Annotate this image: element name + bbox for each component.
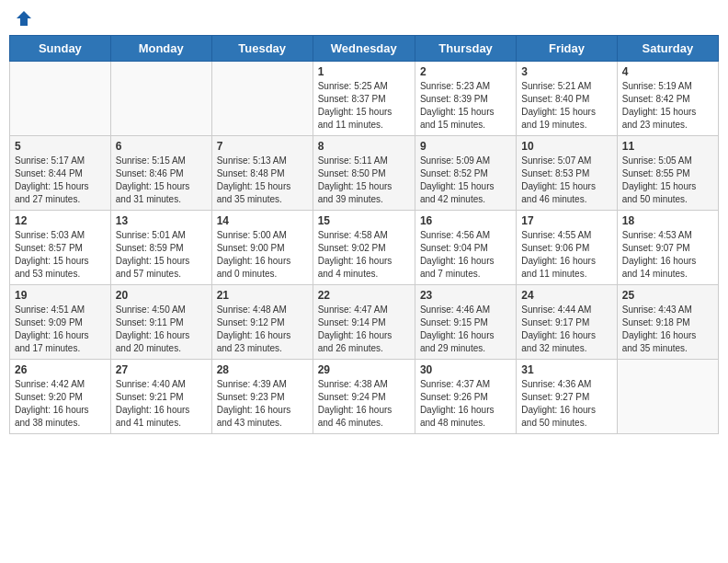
day-number: 16: [420, 214, 511, 227]
calendar-day-cell: 2Sunrise: 5:23 AM Sunset: 8:39 PM Daylig…: [415, 62, 516, 136]
calendar-day-cell: [211, 62, 313, 136]
page-header: [9, 9, 719, 28]
day-of-week-header: Sunday: [10, 36, 111, 62]
calendar-day-cell: 15Sunrise: 4:58 AM Sunset: 9:02 PM Dayli…: [313, 211, 415, 285]
calendar-week-row: 19Sunrise: 4:51 AM Sunset: 9:09 PM Dayli…: [10, 285, 719, 360]
calendar-day-cell: 8Sunrise: 5:11 AM Sunset: 8:50 PM Daylig…: [313, 136, 415, 211]
day-info: Sunrise: 5:09 AM Sunset: 8:52 PM Dayligh…: [420, 155, 511, 206]
calendar-day-cell: 25Sunrise: 4:43 AM Sunset: 9:18 PM Dayli…: [617, 285, 718, 360]
day-number: 27: [116, 363, 207, 376]
calendar-week-row: 1Sunrise: 5:25 AM Sunset: 8:37 PM Daylig…: [10, 62, 719, 136]
calendar-day-cell: 28Sunrise: 4:39 AM Sunset: 9:23 PM Dayli…: [211, 360, 313, 434]
calendar-day-cell: 24Sunrise: 4:44 AM Sunset: 9:17 PM Dayli…: [517, 285, 617, 360]
calendar-table: SundayMondayTuesdayWednesdayThursdayFrid…: [9, 35, 719, 434]
day-number: 21: [217, 289, 308, 302]
day-info: Sunrise: 5:21 AM Sunset: 8:40 PM Dayligh…: [521, 80, 611, 132]
day-info: Sunrise: 4:44 AM Sunset: 9:17 PM Dayligh…: [521, 304, 611, 355]
calendar-day-cell: 12Sunrise: 5:03 AM Sunset: 8:57 PM Dayli…: [10, 211, 111, 285]
logo-icon: [15, 9, 33, 28]
day-number: 17: [521, 214, 611, 227]
day-number: 30: [420, 363, 511, 376]
calendar-day-cell: 9Sunrise: 5:09 AM Sunset: 8:52 PM Daylig…: [415, 136, 516, 211]
day-number: 10: [521, 140, 611, 153]
day-info: Sunrise: 4:56 AM Sunset: 9:04 PM Dayligh…: [420, 229, 511, 281]
calendar-week-row: 26Sunrise: 4:42 AM Sunset: 9:20 PM Dayli…: [10, 360, 719, 434]
day-info: Sunrise: 4:58 AM Sunset: 9:02 PM Dayligh…: [318, 229, 410, 281]
day-number: 26: [15, 363, 106, 376]
calendar-day-cell: 17Sunrise: 4:55 AM Sunset: 9:06 PM Dayli…: [517, 211, 617, 285]
day-info: Sunrise: 4:53 AM Sunset: 9:07 PM Dayligh…: [622, 229, 713, 281]
day-info: Sunrise: 4:40 AM Sunset: 9:21 PM Dayligh…: [116, 378, 207, 430]
calendar-day-cell: 21Sunrise: 4:48 AM Sunset: 9:12 PM Dayli…: [211, 285, 313, 360]
calendar-day-cell: 20Sunrise: 4:50 AM Sunset: 9:11 PM Dayli…: [110, 285, 211, 360]
day-number: 29: [318, 363, 410, 376]
day-number: 2: [420, 65, 511, 78]
day-number: 7: [217, 140, 308, 153]
calendar-week-row: 12Sunrise: 5:03 AM Sunset: 8:57 PM Dayli…: [10, 211, 719, 285]
day-of-week-header: Friday: [517, 36, 617, 62]
day-number: 25: [622, 289, 713, 302]
day-number: 4: [622, 65, 713, 78]
day-of-week-header: Wednesday: [313, 36, 415, 62]
day-info: Sunrise: 5:01 AM Sunset: 8:59 PM Dayligh…: [116, 229, 207, 281]
day-info: Sunrise: 5:17 AM Sunset: 8:44 PM Dayligh…: [15, 155, 106, 206]
calendar-header-row: SundayMondayTuesdayWednesdayThursdayFrid…: [10, 36, 719, 62]
day-info: Sunrise: 5:00 AM Sunset: 9:00 PM Dayligh…: [217, 229, 308, 281]
day-info: Sunrise: 4:36 AM Sunset: 9:27 PM Dayligh…: [521, 378, 611, 430]
svg-marker-0: [17, 11, 31, 26]
calendar-day-cell: 19Sunrise: 4:51 AM Sunset: 9:09 PM Dayli…: [10, 285, 111, 360]
day-number: 23: [420, 289, 511, 302]
day-info: Sunrise: 5:13 AM Sunset: 8:48 PM Dayligh…: [217, 155, 308, 206]
day-info: Sunrise: 4:47 AM Sunset: 9:14 PM Dayligh…: [318, 304, 410, 355]
calendar-day-cell: 4Sunrise: 5:19 AM Sunset: 8:42 PM Daylig…: [617, 62, 718, 136]
day-info: Sunrise: 5:05 AM Sunset: 8:55 PM Dayligh…: [622, 155, 713, 206]
day-of-week-header: Saturday: [617, 36, 718, 62]
calendar-day-cell: 22Sunrise: 4:47 AM Sunset: 9:14 PM Dayli…: [313, 285, 415, 360]
calendar-day-cell: 10Sunrise: 5:07 AM Sunset: 8:53 PM Dayli…: [517, 136, 617, 211]
calendar-day-cell: [110, 62, 211, 136]
calendar-day-cell: [617, 360, 718, 434]
day-info: Sunrise: 4:38 AM Sunset: 9:24 PM Dayligh…: [318, 378, 410, 430]
day-number: 24: [521, 289, 611, 302]
calendar-day-cell: 16Sunrise: 4:56 AM Sunset: 9:04 PM Dayli…: [415, 211, 516, 285]
calendar-day-cell: 3Sunrise: 5:21 AM Sunset: 8:40 PM Daylig…: [517, 62, 617, 136]
day-of-week-header: Monday: [110, 36, 211, 62]
day-number: 11: [622, 140, 713, 153]
calendar-day-cell: 30Sunrise: 4:37 AM Sunset: 9:26 PM Dayli…: [415, 360, 516, 434]
day-number: 12: [15, 214, 106, 227]
day-info: Sunrise: 4:50 AM Sunset: 9:11 PM Dayligh…: [116, 304, 207, 355]
day-number: 1: [318, 65, 410, 78]
calendar-day-cell: [10, 62, 111, 136]
day-info: Sunrise: 5:15 AM Sunset: 8:46 PM Dayligh…: [116, 155, 207, 206]
day-number: 9: [420, 140, 511, 153]
day-info: Sunrise: 5:03 AM Sunset: 8:57 PM Dayligh…: [15, 229, 106, 281]
day-info: Sunrise: 4:48 AM Sunset: 9:12 PM Dayligh…: [217, 304, 308, 355]
day-info: Sunrise: 4:55 AM Sunset: 9:06 PM Dayligh…: [521, 229, 611, 281]
calendar-day-cell: 13Sunrise: 5:01 AM Sunset: 8:59 PM Dayli…: [110, 211, 211, 285]
day-info: Sunrise: 4:51 AM Sunset: 9:09 PM Dayligh…: [15, 304, 106, 355]
calendar-day-cell: 11Sunrise: 5:05 AM Sunset: 8:55 PM Dayli…: [617, 136, 718, 211]
day-info: Sunrise: 4:37 AM Sunset: 9:26 PM Dayligh…: [420, 378, 511, 430]
calendar-day-cell: 7Sunrise: 5:13 AM Sunset: 8:48 PM Daylig…: [211, 136, 313, 211]
calendar-day-cell: 23Sunrise: 4:46 AM Sunset: 9:15 PM Dayli…: [415, 285, 516, 360]
day-info: Sunrise: 5:11 AM Sunset: 8:50 PM Dayligh…: [318, 155, 410, 206]
day-number: 20: [116, 289, 207, 302]
day-info: Sunrise: 4:39 AM Sunset: 9:23 PM Dayligh…: [217, 378, 308, 430]
logo: [13, 9, 33, 28]
calendar-week-row: 5Sunrise: 5:17 AM Sunset: 8:44 PM Daylig…: [10, 136, 719, 211]
day-number: 31: [521, 363, 611, 376]
day-number: 14: [217, 214, 308, 227]
calendar-day-cell: 18Sunrise: 4:53 AM Sunset: 9:07 PM Dayli…: [617, 211, 718, 285]
day-number: 19: [15, 289, 106, 302]
day-number: 22: [318, 289, 410, 302]
day-number: 8: [318, 140, 410, 153]
day-number: 18: [622, 214, 713, 227]
day-of-week-header: Thursday: [415, 36, 516, 62]
day-info: Sunrise: 5:23 AM Sunset: 8:39 PM Dayligh…: [420, 80, 511, 132]
day-number: 6: [116, 140, 207, 153]
day-number: 15: [318, 214, 410, 227]
calendar-day-cell: 31Sunrise: 4:36 AM Sunset: 9:27 PM Dayli…: [517, 360, 617, 434]
day-info: Sunrise: 5:07 AM Sunset: 8:53 PM Dayligh…: [521, 155, 611, 206]
calendar-day-cell: 6Sunrise: 5:15 AM Sunset: 8:46 PM Daylig…: [110, 136, 211, 211]
calendar-day-cell: 26Sunrise: 4:42 AM Sunset: 9:20 PM Dayli…: [10, 360, 111, 434]
